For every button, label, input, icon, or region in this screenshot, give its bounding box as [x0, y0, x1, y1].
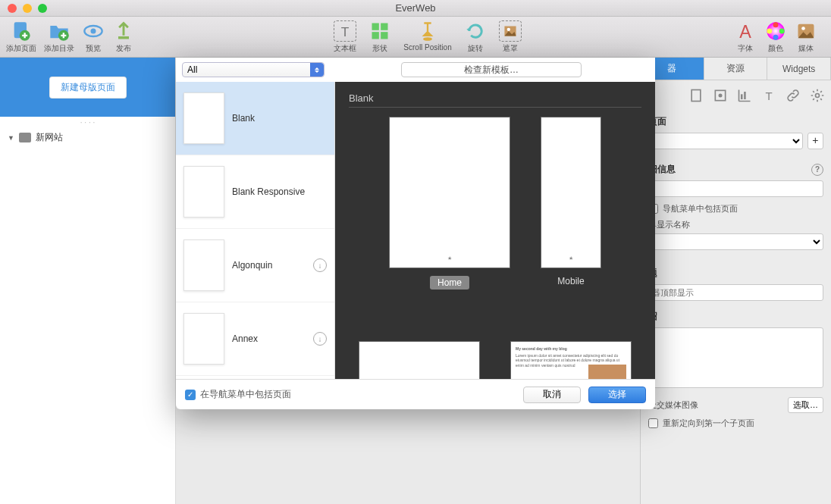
page-section-header: 页面 [648, 115, 823, 128]
color-button[interactable]: 颜色 [764, 20, 787, 54]
nav-include-label: 导航菜单中包括页面 [663, 203, 738, 214]
template-item-annex[interactable]: Annex ↓ [176, 302, 334, 376]
svg-point-13 [506, 27, 510, 30]
folder-icon [19, 133, 31, 142]
main-toolbar: 添加页面 添加目录 预览 发布 T 文本框 形状 Scroll Position… [0, 17, 831, 58]
window-controls [8, 4, 47, 13]
svg-rect-26 [744, 92, 746, 99]
include-nav-checkbox[interactable]: ✓ [185, 390, 196, 400]
site-label: 新网站 [36, 131, 63, 144]
dropdown-arrow-icon [310, 63, 324, 77]
gear-icon[interactable] [810, 88, 825, 103]
mask-button[interactable]: 遮罩 [499, 20, 522, 54]
template-item-blank-responsive[interactable]: Blank Responsive [176, 155, 334, 229]
include-nav-label: 在导航菜单中包括页面 [200, 388, 291, 401]
nav-display-select[interactable] [648, 233, 823, 250]
detail-input[interactable] [648, 180, 823, 197]
zoom-icon[interactable] [38, 4, 47, 13]
svg-point-16 [773, 22, 779, 27]
theme-section-header: 题 [648, 267, 823, 280]
titlebar: EverWeb [0, 0, 831, 17]
redirect-label: 重新定向到第一个子页面 [663, 418, 754, 429]
add-directory-button[interactable]: 添加目录 [44, 20, 74, 54]
svg-text:T: T [765, 89, 772, 102]
template-thumb [183, 92, 224, 144]
template-chooser-modal: All 检查新模板… Blank Blank Responsive Algonq… [176, 58, 655, 409]
svg-text:T: T [341, 23, 350, 39]
cancel-button[interactable]: 取消 [523, 387, 581, 403]
svg-point-19 [767, 28, 772, 33]
template-item-algonquin[interactable]: Algonquin ↓ [176, 229, 334, 302]
svg-point-21 [801, 27, 805, 30]
svg-text:A: A [739, 22, 751, 42]
text-icon[interactable]: T [761, 88, 776, 103]
minimize-icon[interactable] [23, 4, 32, 13]
check-templates-button[interactable]: 检查新模板… [401, 62, 582, 77]
textbox-button[interactable]: T 文本框 [334, 20, 356, 54]
svg-point-18 [773, 34, 779, 39]
tab-widgets[interactable]: Widgets [767, 58, 831, 80]
svg-rect-5 [118, 36, 129, 39]
template-filter-dropdown[interactable]: All [182, 62, 325, 77]
media-button[interactable]: 媒体 [795, 20, 817, 54]
shape-square-icon[interactable] [713, 88, 728, 103]
svg-rect-8 [381, 23, 387, 30]
download-icon[interactable]: ↓ [313, 332, 327, 346]
page-select[interactable] [648, 133, 803, 149]
preview-page-3[interactable]: My second day with my blog Lorem ipsum d… [510, 341, 632, 379]
intro-section-header: 绍 [648, 310, 823, 323]
template-thumb [183, 313, 224, 365]
preview-mobile[interactable]: ★ Mobile [541, 117, 601, 290]
svg-rect-7 [372, 23, 379, 30]
help-icon[interactable]: ? [811, 164, 823, 176]
svg-point-24 [719, 94, 723, 98]
template-thumb [183, 166, 224, 218]
svg-rect-25 [741, 94, 743, 99]
svg-rect-10 [381, 32, 387, 39]
svg-point-4 [91, 28, 96, 33]
metrics-icon[interactable] [737, 88, 752, 103]
sidebar-item-site[interactable]: ▼ 新网站 [0, 128, 175, 147]
close-icon[interactable] [8, 4, 17, 13]
template-preview: Blank ★ Home ★ Mobile My second day with… [335, 82, 655, 379]
preview-title: Blank [349, 92, 641, 108]
new-master-button[interactable]: 新建母版页面 [49, 77, 127, 99]
sidebar: 新建母版页面 · · · · ▼ 新网站 [0, 58, 176, 504]
publish-button[interactable]: 发布 [112, 20, 135, 54]
intro-textarea[interactable] [648, 327, 823, 388]
preview-home[interactable]: ★ Home [389, 117, 510, 290]
right-panel: 器 资源 Widgets T 页面 + 细信息 ? [640, 58, 831, 504]
download-icon[interactable]: ↓ [313, 258, 327, 272]
preview-button[interactable]: 预览 [82, 20, 105, 54]
browser-top-input[interactable] [648, 284, 823, 301]
shape-button[interactable]: 形状 [368, 20, 391, 54]
chevron-down-icon: ▼ [8, 134, 14, 142]
select-image-button[interactable]: 选取… [788, 397, 823, 413]
scroll-position-button[interactable]: Scroll Position [403, 20, 451, 54]
add-button[interactable]: + [807, 133, 823, 149]
svg-point-17 [779, 28, 785, 33]
svg-point-28 [816, 94, 820, 98]
social-img-label: 社交媒体图像 [648, 399, 783, 411]
template-thumb [183, 239, 224, 291]
sidebar-divider: · · · · [0, 117, 175, 128]
font-button[interactable]: A 字体 [734, 20, 757, 54]
preview-page-2[interactable] [359, 341, 480, 379]
svg-rect-22 [691, 90, 701, 102]
window-title: EverWeb [0, 2, 831, 14]
add-page-button[interactable]: 添加页面 [6, 20, 36, 54]
choose-button[interactable]: 选择 [588, 387, 646, 403]
link-icon[interactable] [786, 88, 801, 103]
template-item-blank[interactable]: Blank [176, 82, 334, 155]
rotate-button[interactable]: 旋转 [464, 20, 487, 54]
template-list: Blank Blank Responsive Algonquin ↓ Annex… [176, 82, 335, 379]
page-icon[interactable] [688, 88, 704, 103]
nav-display-label: 单显示名称 [648, 219, 823, 230]
svg-point-11 [423, 37, 432, 41]
sidebar-header: 新建母版页面 [0, 58, 175, 117]
tab-resources[interactable]: 资源 [704, 58, 768, 80]
svg-rect-9 [372, 32, 379, 39]
redirect-checkbox[interactable] [648, 418, 658, 428]
